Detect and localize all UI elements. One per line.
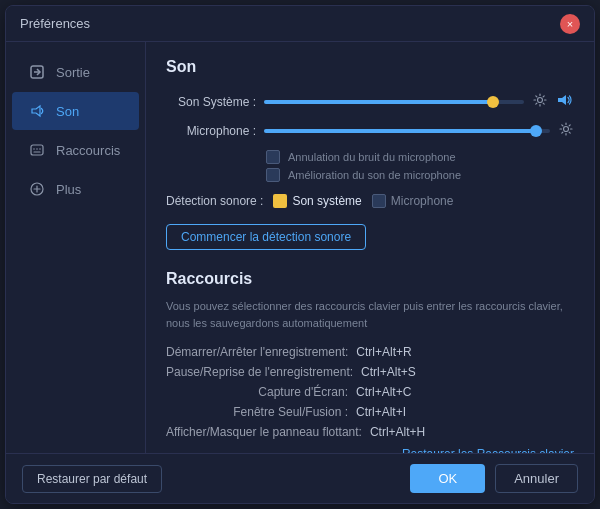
sidebar-item-son[interactable]: Son: [12, 92, 139, 130]
svg-marker-2: [32, 106, 40, 116]
checkbox-noise-cancel-label: Annulation du bruit du microphone: [288, 151, 456, 163]
sidebar-item-raccourcis[interactable]: Raccourcis: [12, 131, 139, 169]
shortcut-value-0: Ctrl+Alt+R: [356, 345, 411, 359]
sidebar-item-sortie-label: Sortie: [56, 65, 90, 80]
checkbox-noise-cancel[interactable]: [266, 150, 280, 164]
shortcut-name-4: Afficher/Masquer le panneau flottant:: [166, 425, 370, 439]
svg-rect-3: [31, 145, 43, 155]
detect-button[interactable]: Commencer la détection sonore: [166, 224, 366, 250]
shortcut-name-2: Capture d'Écran:: [166, 385, 356, 399]
microphone-thumb[interactable]: [530, 125, 542, 137]
detection-option-mic[interactable]: Microphone: [372, 194, 454, 208]
shortcut-row-0: Démarrer/Arrêter l'enregistrement: Ctrl+…: [166, 345, 574, 359]
checkbox-noise-cancel-row: Annulation du bruit du microphone: [266, 150, 574, 164]
sidebar-item-raccourcis-label: Raccourcis: [56, 143, 120, 158]
main-content: Sortie Son: [6, 42, 594, 453]
content-area: Son Son Système :: [146, 42, 594, 453]
option-system-label: Son système: [292, 194, 361, 208]
checkbox-improve-row: Amélioration du son de microphone: [266, 168, 574, 182]
title-bar: Préférences ×: [6, 6, 594, 42]
sidebar: Sortie Son: [6, 42, 146, 453]
shortcut-value-3: Ctrl+Alt+I: [356, 405, 406, 419]
detection-row: Détection sonore : Son système Microphon…: [166, 194, 574, 208]
checkbox-improve-label: Amélioration du son de microphone: [288, 169, 461, 181]
shortcuts-section: Raccourcis Vous pouvez sélectionner des …: [166, 270, 574, 453]
system-sound-slider[interactable]: [264, 100, 524, 104]
footer-right: OK Annuler: [410, 464, 578, 493]
sidebar-item-plus[interactable]: Plus: [12, 170, 139, 208]
close-button[interactable]: ×: [560, 14, 580, 34]
sidebar-item-plus-label: Plus: [56, 182, 81, 197]
cancel-button[interactable]: Annuler: [495, 464, 578, 493]
shortcut-row-4: Afficher/Masquer le panneau flottant: Ct…: [166, 425, 574, 439]
shortcut-name-3: Fenêtre Seul/Fusion :: [166, 405, 356, 419]
son-section-title: Son: [166, 58, 574, 76]
plus-nav-icon: [28, 180, 46, 198]
shortcut-row-1: Pause/Reprise de l'enregistrement: Ctrl+…: [166, 365, 574, 379]
system-sound-row: Son Système :: [166, 92, 574, 111]
preferences-dialog: Préférences × Sortie: [5, 5, 595, 504]
microphone-label: Microphone :: [166, 124, 256, 138]
svg-point-13: [564, 127, 569, 132]
svg-point-11: [538, 98, 543, 103]
checkbox-improve[interactable]: [266, 168, 280, 182]
microphone-row: Microphone :: [166, 121, 574, 140]
shortcut-value-4: Ctrl+Alt+H: [370, 425, 425, 439]
ok-button[interactable]: OK: [410, 464, 485, 493]
shortcut-name-0: Démarrer/Arrêter l'enregistrement:: [166, 345, 356, 359]
sidebar-item-son-label: Son: [56, 104, 79, 119]
shortcut-value-1: Ctrl+Alt+S: [361, 365, 416, 379]
option-mic-label: Microphone: [391, 194, 454, 208]
dialog-title: Préférences: [20, 16, 90, 31]
svg-marker-12: [558, 95, 566, 105]
system-sound-vol-icon[interactable]: [556, 92, 574, 111]
radio-system-active[interactable]: [273, 194, 287, 208]
shortcut-value-2: Ctrl+Alt+C: [356, 385, 411, 399]
sortie-icon: [28, 63, 46, 81]
detection-option-system[interactable]: Son système: [273, 194, 361, 208]
system-sound-gear-icon[interactable]: [532, 92, 548, 111]
microphone-gear-icon[interactable]: [558, 121, 574, 140]
system-sound-label: Son Système :: [166, 95, 256, 109]
system-sound-thumb[interactable]: [487, 96, 499, 108]
radio-mic-inactive[interactable]: [372, 194, 386, 208]
microphone-slider[interactable]: [264, 129, 550, 133]
shortcuts-desc: Vous pouvez sélectionner des raccourcis …: [166, 298, 574, 331]
restore-default-button[interactable]: Restaurer par défaut: [22, 465, 162, 493]
footer: Restaurer par défaut OK Annuler: [6, 453, 594, 503]
shortcut-name-1: Pause/Reprise de l'enregistrement:: [166, 365, 361, 379]
shortcut-row-2: Capture d'Écran: Ctrl+Alt+C: [166, 385, 574, 399]
sidebar-item-sortie[interactable]: Sortie: [12, 53, 139, 91]
detection-label: Détection sonore :: [166, 194, 263, 208]
shortcut-row-3: Fenêtre Seul/Fusion : Ctrl+Alt+I: [166, 405, 574, 419]
raccourcis-icon: [28, 141, 46, 159]
shortcuts-title: Raccourcis: [166, 270, 574, 288]
son-icon: [28, 102, 46, 120]
